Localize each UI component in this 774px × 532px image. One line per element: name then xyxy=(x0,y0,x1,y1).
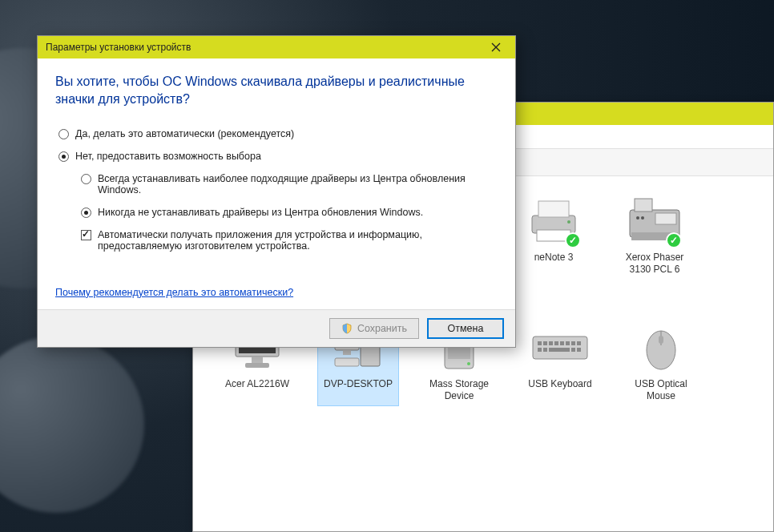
shield-icon xyxy=(341,323,353,334)
device-xerox[interactable]: ✓ Xerox Phaser 3130 PCL 6 xyxy=(615,192,695,279)
svg-rect-26 xyxy=(543,341,547,345)
svg-rect-19 xyxy=(343,350,351,355)
svg-rect-30 xyxy=(566,341,570,345)
checkbox-auto-download[interactable]: Автоматически получать приложения для ус… xyxy=(81,229,498,252)
radio-icon xyxy=(58,151,69,162)
svg-rect-25 xyxy=(538,341,542,345)
svg-rect-6 xyxy=(655,213,676,224)
status-ok-badge: ✓ xyxy=(666,232,682,248)
svg-rect-32 xyxy=(577,341,581,345)
radio-auto[interactable]: Да, делать это автоматически (рекомендуе… xyxy=(58,128,498,139)
svg-point-9 xyxy=(641,216,644,220)
svg-rect-31 xyxy=(571,341,575,345)
svg-rect-29 xyxy=(560,341,564,345)
radio-label: Всегда устанавливать наиболее подходящие… xyxy=(98,173,498,195)
button-label: Сохранить xyxy=(357,323,407,334)
radio-never-install[interactable]: Никогда не устанавливать драйверы из Цен… xyxy=(81,207,498,218)
svg-rect-13 xyxy=(245,363,269,368)
svg-point-3 xyxy=(567,220,570,224)
svg-rect-28 xyxy=(554,341,558,345)
close-icon xyxy=(491,42,501,52)
radio-icon xyxy=(81,174,91,184)
device-label: USB Optical Mouse xyxy=(624,378,698,402)
why-recommended-link[interactable]: Почему рекомендуется делать это автомати… xyxy=(55,287,293,298)
svg-rect-40 xyxy=(659,336,663,344)
device-label: Mass Storage Device xyxy=(422,378,496,402)
dialog-button-bar: Сохранить Отмена xyxy=(38,309,515,347)
svg-point-8 xyxy=(636,216,639,220)
dialog-title-bar[interactable]: Параметры установки устройств xyxy=(38,36,515,58)
svg-rect-5 xyxy=(635,199,652,212)
radio-always-install[interactable]: Всегда устанавливать наиболее подходящие… xyxy=(81,173,498,195)
svg-rect-36 xyxy=(571,348,575,352)
save-button[interactable]: Сохранить xyxy=(329,318,419,339)
device-label: Xerox Phaser 3130 PCL 6 xyxy=(618,252,691,276)
button-label: Отмена xyxy=(448,323,484,334)
svg-rect-33 xyxy=(538,348,542,352)
mouse-icon xyxy=(642,324,680,371)
device-keyboard[interactable]: USB Keyboard xyxy=(520,319,600,405)
radio-icon xyxy=(81,208,91,218)
checkbox-label: Автоматически получать приложения для ус… xyxy=(98,229,498,252)
dialog-title: Параметры установки устройств xyxy=(46,42,191,53)
device-label: Acer AL2216W xyxy=(225,378,289,390)
dialog-question: Вы хотите, чтобы ОС Windows скачивала др… xyxy=(55,73,498,109)
svg-rect-34 xyxy=(543,348,547,352)
device-install-settings-dialog: Параметры установки устройств Вы хотите,… xyxy=(37,35,516,348)
svg-rect-27 xyxy=(549,341,553,345)
device-label: USB Keyboard xyxy=(528,378,591,390)
keyboard-icon xyxy=(531,332,589,364)
device-mouse[interactable]: USB Optical Mouse xyxy=(621,319,701,405)
radio-choose[interactable]: Нет, предоставить возможность выбора xyxy=(58,151,498,162)
checkbox-icon xyxy=(81,230,91,240)
svg-rect-1 xyxy=(538,201,569,217)
radio-label: Никогда не устанавливать драйверы из Цен… xyxy=(98,207,423,218)
radio-icon xyxy=(58,129,69,139)
status-ok-badge: ✓ xyxy=(565,232,581,248)
svg-rect-12 xyxy=(252,357,263,363)
device-label: DVP-DESKTOP xyxy=(324,378,393,390)
device-onenote[interactable]: ✓ neNote 3 xyxy=(514,192,594,279)
svg-rect-37 xyxy=(577,348,581,352)
svg-rect-35 xyxy=(549,348,570,352)
svg-rect-20 xyxy=(335,358,359,366)
cancel-button[interactable]: Отмена xyxy=(427,318,504,339)
svg-point-23 xyxy=(467,362,470,365)
close-button[interactable] xyxy=(478,37,514,58)
radio-label: Нет, предоставить возможность выбора xyxy=(75,151,261,162)
device-label: neNote 3 xyxy=(534,252,574,264)
radio-label: Да, делать это автоматически (рекомендуе… xyxy=(75,128,294,139)
